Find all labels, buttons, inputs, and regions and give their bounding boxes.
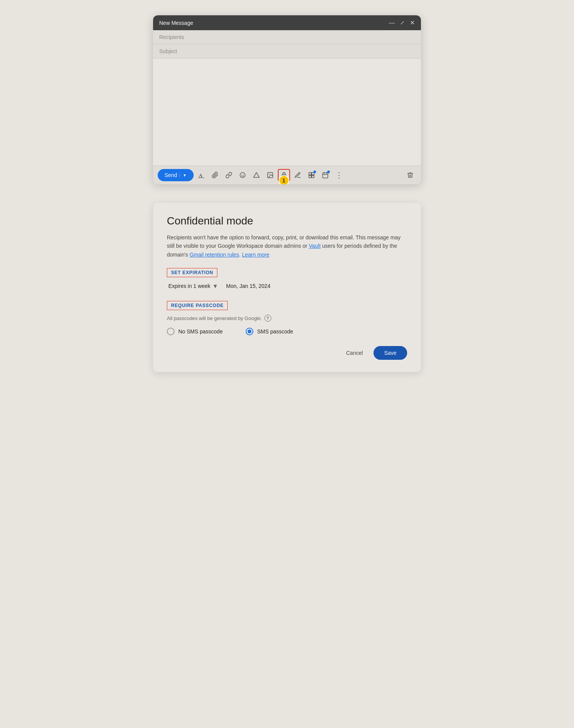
more-options-icon[interactable]: ⋮ — [333, 169, 345, 181]
expiration-date: Mon, Jan 15, 2024 — [226, 283, 271, 289]
minimize-button[interactable]: — — [389, 20, 395, 26]
require-passcode-section: REQUIRE PASSCODE All passcodes will be g… — [167, 301, 407, 335]
cancel-button[interactable]: Cancel — [341, 347, 367, 359]
step-1-badge: 1 — [279, 175, 289, 184]
compose-title: New Message — [159, 20, 193, 26]
no-sms-radio[interactable] — [167, 328, 174, 335]
expand-button[interactable]: ⤢ — [400, 20, 404, 26]
attach-icon[interactable] — [209, 169, 221, 181]
save-button[interactable]: Save — [373, 346, 407, 360]
passcode-radio-group: No SMS passcode SMS passcode — [167, 328, 407, 335]
expiration-row: Expires in 1 week ▾ Mon, Jan 15, 2024 — [167, 282, 407, 290]
image-icon[interactable] — [264, 169, 276, 181]
svg-point-4 — [243, 174, 244, 175]
sms-radio[interactable] — [246, 328, 253, 335]
close-button[interactable]: ✕ — [410, 19, 415, 26]
require-passcode-label[interactable]: REQUIRE PASSCODE — [167, 301, 228, 310]
link-icon[interactable] — [223, 169, 235, 181]
svg-rect-9 — [309, 172, 311, 175]
confidential-title: Confidential mode — [167, 215, 407, 227]
svg-point-2 — [240, 172, 245, 178]
no-sms-label: No SMS passcode — [178, 328, 223, 335]
set-expiration-label[interactable]: SET EXPIRATION — [167, 268, 217, 277]
send-label: Send — [165, 172, 177, 178]
delete-icon[interactable] — [404, 169, 416, 181]
svg-point-3 — [241, 174, 242, 175]
emoji-icon[interactable] — [236, 169, 249, 181]
confidential-mode-icon[interactable]: 1 — [278, 169, 290, 181]
learn-more-link[interactable]: Learn more — [242, 252, 269, 258]
format-text-icon[interactable]: A — [195, 169, 207, 181]
compose-window: New Message — ⤢ ✕ Recipients Subject Sen… — [153, 15, 421, 184]
subject-field[interactable]: Subject — [153, 44, 421, 58]
sms-label: SMS passcode — [257, 328, 293, 335]
pen-icon[interactable] — [292, 169, 304, 181]
send-button[interactable]: Send ▼ — [158, 169, 194, 181]
no-sms-option[interactable]: No SMS passcode — [167, 328, 223, 335]
recipients-label: Recipients — [159, 34, 184, 40]
expiration-value: Expires in 1 week — [168, 283, 210, 289]
svg-rect-13 — [323, 173, 328, 178]
vault-link[interactable]: Vault — [309, 243, 321, 249]
send-dropdown-caret[interactable]: ▼ — [179, 173, 187, 177]
recipients-field[interactable]: Recipients — [153, 30, 421, 44]
svg-rect-11 — [309, 176, 311, 178]
drive-icon[interactable] — [250, 169, 263, 181]
subject-label: Subject — [159, 48, 177, 54]
passcode-helper: All passcodes will be generated by Googl… — [167, 315, 407, 322]
confidential-actions: Cancel Save — [167, 346, 407, 360]
compose-window-controls: — ⤢ ✕ — [389, 19, 415, 26]
svg-rect-12 — [311, 176, 314, 178]
set-expiration-section: SET EXPIRATION Expires in 1 week ▾ Mon, … — [167, 268, 407, 290]
passcode-helper-text: All passcodes will be generated by Googl… — [167, 315, 262, 321]
svg-point-6 — [269, 174, 269, 174]
calendar-icon[interactable] — [319, 169, 331, 181]
layout-icon[interactable] — [305, 169, 318, 181]
sms-option[interactable]: SMS passcode — [246, 328, 293, 335]
expiration-dropdown-arrow[interactable]: ▾ — [214, 282, 217, 290]
compose-header: New Message — ⤢ ✕ — [153, 15, 421, 30]
compose-toolbar: Send ▼ A — [153, 166, 421, 184]
expiration-select[interactable]: Expires in 1 week ▾ — [168, 282, 217, 290]
help-icon[interactable]: ? — [264, 315, 271, 322]
confidential-panel: Confidential mode Recipients won't have … — [153, 203, 421, 372]
confidential-description: Recipients won't have the option to forw… — [167, 233, 407, 259]
compose-body[interactable] — [153, 58, 421, 166]
gmail-retention-link[interactable]: Gmail retention rules — [189, 252, 239, 258]
svg-text:A: A — [199, 173, 202, 178]
